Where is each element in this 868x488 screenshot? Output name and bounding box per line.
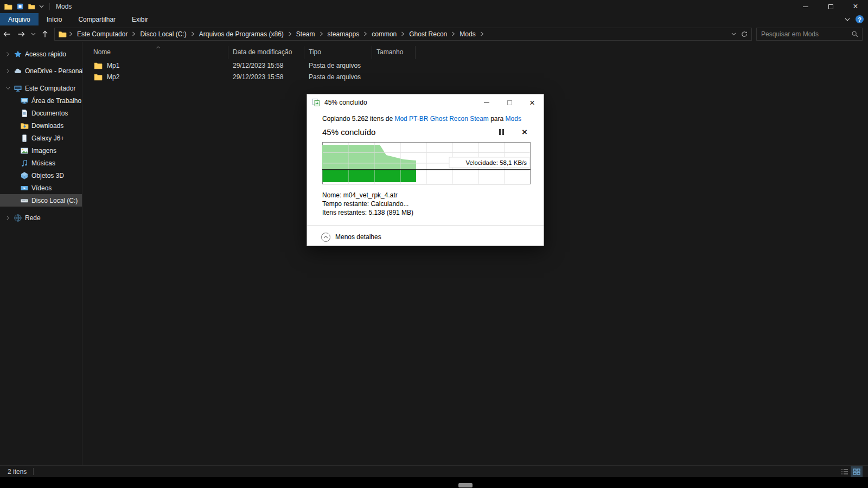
status-bar: 2 itens [0, 465, 868, 477]
breadcrumb-separator-icon[interactable] [451, 31, 456, 36]
sidebar-item-este-computador[interactable]: Este Computador [0, 82, 82, 94]
sidebar-item-label: Objetos 3D [31, 172, 64, 179]
sidebar-item-label: Rede [25, 214, 41, 222]
copy-description: Copiando 5.262 itens de Mod PT-BR Ghost … [322, 115, 529, 123]
less-details-chevron-up-icon[interactable] [321, 233, 330, 242]
source-folder-link[interactable]: Mod PT-BR Ghost Recon Steam [394, 115, 488, 123]
percent-complete-label: 45% concluído [322, 127, 375, 137]
column-header-nome[interactable]: Nome [89, 46, 228, 59]
tab-inicio[interactable]: Início [39, 13, 71, 25]
search-icon[interactable] [851, 30, 862, 38]
maximize-icon [828, 4, 833, 9]
sidebar-item-area-de-trabalho[interactable]: Área de Trabalho [0, 94, 82, 107]
less-details-toggle[interactable]: Menos detalhes [335, 233, 381, 241]
sidebar-item-documentos[interactable]: Documentos [0, 107, 82, 119]
desktop-icon [20, 97, 29, 105]
chevron-right-icon[interactable] [6, 52, 10, 56]
file-rows: Mp1 29/12/2023 15:58 Pasta de arquivos M… [89, 60, 416, 82]
column-headers: Nome Data de modificação Tipo Tamanho [89, 46, 416, 59]
sidebar-item-label: Galaxy J6+ [31, 134, 64, 142]
pause-button[interactable] [499, 129, 504, 135]
sidebar-item-imagens[interactable]: Imagens [0, 144, 82, 157]
breadcrumb-steam[interactable]: Steam [292, 30, 319, 38]
new-folder-icon[interactable] [28, 3, 35, 10]
breadcrumb-disco-local[interactable]: Disco Local (C:) [136, 30, 190, 38]
breadcrumb-arquivos-de-programas[interactable]: Arquivos de Programas (x86) [195, 30, 288, 38]
sidebar-item-musicas[interactable]: Músicas [0, 157, 82, 169]
sidebar-item-onedrive[interactable]: OneDrive - Personal [0, 65, 82, 77]
breadcrumb-common[interactable]: common [368, 30, 400, 38]
breadcrumb-separator-icon[interactable] [363, 31, 368, 36]
qat-divider [49, 3, 50, 10]
maximize-button[interactable] [818, 0, 843, 13]
dialog-maximize-button[interactable] [498, 94, 521, 111]
tab-compartilhar[interactable]: Compartilhar [70, 13, 124, 25]
phone-icon [20, 134, 29, 143]
breadcrumb-mods[interactable]: Mods [456, 30, 479, 38]
column-header-tipo[interactable]: Tipo [304, 46, 372, 59]
destination-folder-link[interactable]: Mods [506, 115, 521, 123]
pictures-icon [20, 146, 29, 155]
cancel-copy-button[interactable]: × [522, 127, 527, 137]
dialog-title-bar: 45% concluído × [307, 94, 544, 111]
search-input[interactable] [757, 30, 851, 38]
item-count: 2 itens [8, 468, 27, 476]
dialog-close-button[interactable]: × [521, 94, 544, 111]
breadcrumb-separator-icon[interactable] [131, 31, 136, 36]
breadcrumb-separator-icon[interactable] [288, 31, 292, 36]
pause-icon [502, 129, 504, 135]
file-name: Mp1 [107, 62, 119, 69]
sidebar-item-galaxy-j6[interactable]: Galaxy J6+ [0, 132, 82, 144]
breadcrumb-separator-icon[interactable] [400, 31, 405, 36]
qat-customize-chevron-icon[interactable] [39, 5, 44, 8]
address-history-chevron-icon[interactable] [731, 33, 736, 36]
breadcrumb-ghost-recon[interactable]: Ghost Recon [405, 30, 451, 38]
taskbar-peek-item[interactable] [458, 483, 473, 487]
back-button[interactable] [0, 27, 14, 41]
sidebar-item-objetos-3d[interactable]: Objetos 3D [0, 169, 82, 182]
chevron-right-icon[interactable] [6, 69, 10, 73]
folder-icon [94, 62, 103, 69]
address-bar[interactable]: Este Computador Disco Local (C:) Arquivo… [54, 28, 752, 41]
properties-icon[interactable] [16, 3, 24, 10]
tab-exibir[interactable]: Exibir [124, 13, 156, 25]
breadcrumb-steamapps[interactable]: steamapps [324, 30, 363, 38]
chevron-down-icon[interactable] [6, 86, 10, 90]
recent-locations-chevron-icon[interactable] [28, 27, 38, 41]
breadcrumb-separator-icon[interactable] [319, 31, 324, 36]
breadcrumb-este-computador[interactable]: Este Computador [73, 30, 131, 38]
navigation-pane: Acesso rápido OneDrive - Personal Este C… [0, 42, 82, 465]
breadcrumb-separator-icon[interactable] [68, 31, 73, 36]
column-header-tamanho[interactable]: Tamanho [372, 46, 416, 59]
dialog-minimize-button[interactable] [475, 94, 498, 111]
ribbon-expand-chevron-icon[interactable] [845, 18, 850, 21]
sidebar-item-disco-local-c[interactable]: Disco Local (C:) [0, 194, 82, 207]
breadcrumb-separator-icon[interactable] [480, 31, 484, 36]
large-icons-view-button[interactable] [851, 466, 863, 477]
forward-button[interactable] [14, 27, 28, 41]
minimize-icon [803, 7, 808, 7]
sidebar-item-downloads[interactable]: Downloads [0, 119, 82, 132]
sidebar-item-rede[interactable]: Rede [0, 211, 82, 224]
help-icon[interactable]: ? [856, 15, 864, 23]
close-button[interactable]: × [843, 0, 868, 13]
table-row[interactable]: Mp2 29/12/2023 15:58 Pasta de arquivos [89, 71, 416, 82]
sidebar-item-acesso-rapido[interactable]: Acesso rápido [0, 48, 82, 60]
address-row: Este Computador Disco Local (C:) Arquivo… [0, 25, 868, 42]
document-icon [20, 109, 29, 118]
file-type: Pasta de arquivos [304, 73, 372, 81]
sidebar-item-videos[interactable]: Vídeos [0, 182, 82, 194]
close-icon: × [853, 2, 858, 11]
chevron-right-icon[interactable] [6, 216, 10, 220]
minimize-button[interactable] [793, 0, 818, 13]
table-row[interactable]: Mp1 29/12/2023 15:58 Pasta de arquivos [89, 60, 416, 71]
column-header-data[interactable]: Data de modificação [228, 46, 304, 59]
music-icon [20, 159, 29, 168]
breadcrumb-separator-icon[interactable] [190, 31, 195, 36]
downloads-icon [20, 121, 29, 130]
refresh-icon[interactable] [741, 30, 748, 38]
up-button[interactable] [38, 27, 52, 41]
tab-arquivo[interactable]: Arquivo [0, 13, 39, 25]
details-view-button[interactable] [839, 466, 851, 477]
dialog-title: 45% concluído [324, 99, 367, 106]
